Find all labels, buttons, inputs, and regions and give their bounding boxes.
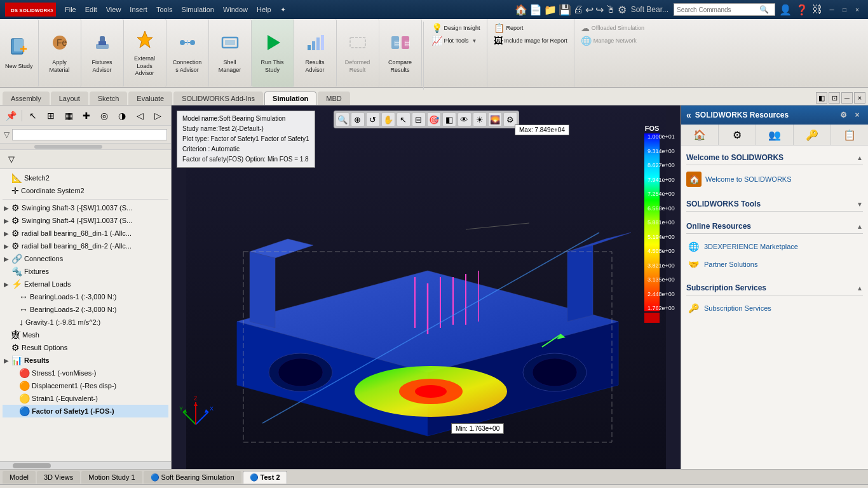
fixtures-advisor-button[interactable]: Fixtures Advisor [81, 19, 124, 87]
external-loads-button[interactable]: External Loads Advisor [124, 19, 166, 87]
shell-manager-button[interactable]: Shell Manager [209, 19, 252, 87]
lights-btn[interactable]: ☀ [473, 112, 487, 126]
btab-motion-study[interactable]: Motion Study 1 [81, 471, 142, 484]
horizontal-scroll[interactable] [0, 144, 171, 150]
design-insight-button[interactable]: 💡 Design Insight [429, 22, 483, 34]
tree-item-shaft4[interactable]: ▶ ⚙ Swinging Shaft-4 (-[SW]1.0037 (S... [3, 214, 168, 227]
plus-icon[interactable]: ✚ [78, 108, 95, 123]
panel-minimize-btn[interactable]: ─ [841, 92, 853, 104]
tree-item-stress1[interactable]: 🔴 Stress1 (-vonMises-) [3, 367, 168, 379]
include-image-button[interactable]: 🖼 Include Image for Report [491, 34, 570, 47]
pan-btn[interactable]: ✋ [381, 112, 395, 126]
results-advisor-button[interactable]: Results Advisor [294, 19, 337, 87]
connections-advisor-button[interactable]: Connections Advisor [166, 19, 209, 87]
panel-close-right-icon[interactable]: × [851, 109, 863, 121]
deformed-result-button[interactable]: Deformed Result [337, 19, 379, 87]
grid2-icon[interactable]: ▦ [60, 108, 77, 123]
tree-item-fixtures[interactable]: 🔩 Fixtures [3, 265, 168, 278]
menu-expand[interactable]: ✦ [276, 4, 290, 15]
section-view-btn[interactable]: ⊟ [412, 112, 426, 126]
menu-view[interactable]: View [102, 4, 125, 15]
filter-tree-icon[interactable]: ▽ [4, 152, 19, 166]
res-home-btn[interactable]: 🏠 [681, 125, 719, 145]
tree-item-bearing2[interactable]: ▶ ⚙ radial ball bearing_68_din-2 (-Allc.… [3, 240, 168, 252]
close-button[interactable]: × [851, 4, 863, 15]
new-study-button[interactable]: New Study [0, 19, 39, 87]
partner-solutions-item[interactable]: 🤝 Partner Solutions [686, 255, 863, 273]
zoom-fit-btn[interactable]: 🔍 [336, 112, 349, 126]
3dexperience-item[interactable]: 🌐 3DEXPERIENCE Marketplace [686, 238, 863, 255]
run-study-button[interactable]: Run This Study [252, 19, 294, 87]
view-orient-btn[interactable]: 🎯 [427, 112, 441, 126]
panel-close-btn[interactable]: × [854, 92, 865, 104]
tab-sketch[interactable]: Sketch [90, 92, 128, 105]
rotate-btn[interactable]: ↺ [366, 112, 380, 126]
user-icon[interactable]: 👤 [779, 4, 792, 16]
report-button[interactable]: 📋 Report [491, 22, 570, 34]
sub-services-item[interactable]: 🔑 Subscription Services [686, 299, 863, 317]
plot-tools-button[interactable]: 📈 Plot Tools ▼ [429, 34, 483, 47]
main-viewport[interactable]: Model name:Soft Bearing Simulation Study… [172, 105, 681, 469]
offloaded-sim-button[interactable]: ☁ Offloaded Simulation [578, 22, 647, 34]
help-icon[interactable]: ❓ [796, 4, 808, 16]
plot-tools-dropdown-icon[interactable]: ▼ [471, 38, 477, 44]
online-resources-header[interactable]: Online Resources ▲ [686, 219, 863, 234]
search-box[interactable]: 🔍 [674, 3, 775, 16]
menu-tools[interactable]: Tools [153, 4, 177, 15]
collapse-left-icon[interactable]: « [686, 110, 691, 120]
left-scrollbar-horizontal[interactable] [0, 461, 171, 469]
select-btn[interactable]: ↖ [397, 112, 410, 126]
circle-icon[interactable]: ◎ [96, 108, 112, 123]
menu-insert[interactable]: Insert [126, 4, 151, 15]
tree-item-mesh[interactable]: 🕸 Mesh [3, 329, 168, 341]
compare-results-button[interactable]: ▤ ▤ Compare Results [379, 19, 422, 87]
panel-settings-icon[interactable]: ⚙ [837, 109, 849, 121]
menu-help[interactable]: Help [253, 4, 275, 15]
btab-test2[interactable]: 🔵 Test 2 [243, 471, 287, 484]
restore-button[interactable]: □ [839, 4, 850, 15]
tree-item-shaft3[interactable]: ▶ ⚙ Swinging Shaft-3 (-[SW]1.0037 (S... [3, 201, 168, 214]
back-btn[interactable]: ◁ [132, 108, 148, 123]
tab-evaluate[interactable]: Evaluate [128, 92, 172, 105]
tab-addins[interactable]: SOLIDWORKS Add-Ins [173, 92, 263, 105]
tree-item-bearing-load2[interactable]: ↔ BearingLoads-2 (:-3,000 N:) [3, 303, 168, 316]
tab-assembly[interactable]: Assembly [3, 92, 50, 105]
btab-model[interactable]: Model [3, 471, 36, 484]
tree-item-result-options[interactable]: ⚙ Result Options [3, 341, 168, 354]
display-style-btn[interactable]: ◧ [442, 112, 456, 126]
hide-show-btn[interactable]: 👁 [458, 112, 471, 126]
menu-window[interactable]: Window [219, 4, 252, 15]
tab-simulation[interactable]: Simulation [264, 92, 316, 105]
pin-icon[interactable]: 📌 [3, 108, 19, 123]
tree-item-strain1[interactable]: 🟡 Strain1 (-Equivalent-) [3, 392, 168, 405]
grid-icon[interactable]: ⊞ [43, 108, 59, 123]
network-icon[interactable]: ⛓ [812, 4, 822, 15]
pie-icon[interactable]: ◑ [114, 108, 130, 123]
apply-scene-btn[interactable]: 🌄 [488, 112, 502, 126]
search-input[interactable] [677, 6, 759, 13]
tree-item-bearing-load1[interactable]: ↔ BearingLoads-1 (:-3,000 N:) [3, 290, 168, 303]
welcome-item[interactable]: 🏠 Welcome to SOLIDWORKS [686, 169, 863, 189]
forward-btn[interactable]: ▷ [149, 108, 166, 123]
tree-item-displacement1[interactable]: 🟠 Displacement1 (-Res disp-) [3, 379, 168, 392]
tree-item-connections[interactable]: ▶ 🔗 Connections [3, 252, 168, 265]
menu-file[interactable]: File [61, 4, 80, 15]
tab-mbd[interactable]: MBD [318, 92, 349, 105]
tree-item-coordinate[interactable]: ✛ Coordinate System2 [3, 184, 168, 197]
panel-restore-btn[interactable]: ⊡ [829, 92, 840, 104]
res-solidworks-btn[interactable]: ⚙ [719, 125, 756, 145]
minimize-button[interactable]: ─ [826, 4, 837, 15]
zoom-in-btn[interactable]: ⊕ [351, 112, 365, 126]
btab-soft-bearing[interactable]: 🔵 Soft Bearing Simulation [144, 471, 241, 484]
menu-simulation[interactable]: Simulation [178, 4, 218, 15]
btab-3d-views[interactable]: 3D Views [37, 471, 80, 484]
menu-edit[interactable]: Edit [81, 4, 101, 15]
tree-item-results[interactable]: ▶ 📊 Results [3, 354, 168, 367]
res-community-btn[interactable]: 👥 [756, 125, 794, 145]
tab-layout[interactable]: Layout [51, 92, 88, 105]
res-report-btn[interactable]: 📋 [831, 125, 868, 145]
tree-item-bearing1[interactable]: ▶ ⚙ radial ball bearing_68_din-1 (-Allc.… [3, 227, 168, 240]
panel-collapse-btn[interactable]: ◧ [816, 92, 827, 104]
manage-network-button[interactable]: 🌐 Manage Network [578, 34, 647, 47]
sw-tools-header[interactable]: SOLIDWORKS Tools ▼ [686, 197, 863, 212]
